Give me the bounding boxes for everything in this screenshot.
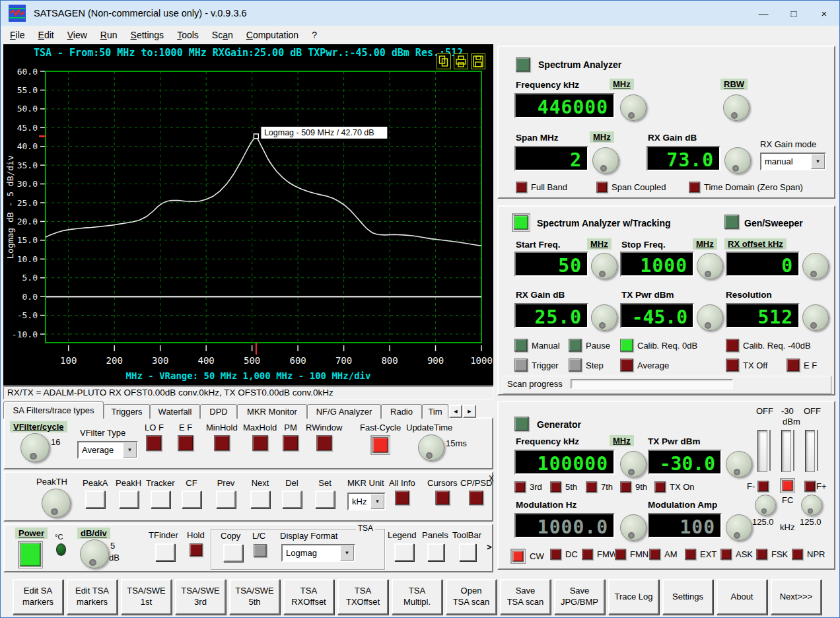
legend-button[interactable]	[394, 543, 414, 561]
tab-nf-g-analyzer[interactable]: NF/G Analyzer	[307, 404, 381, 419]
tx-off-checkbox[interactable]	[726, 359, 739, 372]
window-title: SATSAGEN (Non-commercial use only) - v.0…	[34, 8, 748, 18]
display-format-value: Logmag	[283, 548, 340, 558]
tab-scroll-left-icon[interactable]: ◄	[449, 405, 462, 418]
tsa-multipl-button[interactable]: TSA Multipl.	[392, 579, 442, 615]
menu-view[interactable]: View	[61, 28, 94, 42]
menu-[interactable]: ?	[305, 28, 324, 42]
panels-button[interactable]	[427, 543, 444, 561]
maximize-button[interactable]: □	[779, 1, 809, 25]
open-tsa-scan-button[interactable]: Open TSA scan	[446, 579, 497, 615]
tfinder-button[interactable]	[155, 543, 175, 561]
span-coupled-checkbox[interactable]	[596, 182, 608, 193]
menu-tools[interactable]: Tools	[170, 28, 205, 42]
full-band-checkbox[interactable]	[516, 182, 527, 193]
pm-checkbox[interactable]	[283, 435, 298, 451]
tab-radio[interactable]: Radio	[381, 404, 422, 419]
svg-text:25.0: 25.0	[17, 198, 38, 208]
tab-waterfall[interactable]: Waterfall	[150, 404, 200, 419]
trace-line	[46, 136, 481, 246]
tab-sa-filters-trace-types[interactable]: SA Filters/trace types	[3, 401, 104, 419]
tab-dpd[interactable]: DPD	[200, 404, 237, 419]
svg-text:60.0: 60.0	[17, 67, 38, 77]
rwindow-checkbox[interactable]	[316, 435, 332, 451]
e-f-label: E F	[179, 423, 192, 432]
power-panel: Power °C dB/div 5 dB TFinder Hold TSA Co…	[3, 524, 493, 572]
tab-triggers[interactable]: Triggers	[104, 404, 150, 419]
tsa-txoffset-button[interactable]: TSA TXOffset	[337, 579, 388, 615]
fmw-checkbox[interactable]	[582, 549, 593, 560]
menu-edit[interactable]: Edit	[32, 28, 61, 42]
tx-off-label: TX Off	[743, 360, 767, 370]
copy-button[interactable]	[223, 544, 243, 562]
menu-computation[interactable]: Computation	[240, 28, 305, 42]
am-checkbox[interactable]	[649, 549, 660, 560]
menu-scan[interactable]: Scan	[205, 28, 240, 42]
spectrum-plot[interactable]: 60.055.050.045.040.035.030.025.020.015.0…	[3, 44, 493, 386]
power-toggle[interactable]	[20, 543, 41, 566]
panel-close-button[interactable]: X	[489, 474, 494, 483]
dc-checkbox[interactable]	[550, 549, 561, 560]
cw-frame	[510, 549, 526, 564]
ask-checkbox[interactable]	[720, 549, 732, 560]
save-jpg-bmp-button[interactable]: Save JPG/BMP	[554, 579, 605, 615]
close-button[interactable]: ×	[809, 1, 839, 25]
e-f-checkbox[interactable]	[178, 435, 193, 451]
tsa-swe-1st-button[interactable]: TSA/SWE 1st	[121, 579, 172, 615]
next-button[interactable]: Next>>>	[771, 579, 822, 615]
tfinder-label: TFinder	[149, 530, 178, 540]
menu-run[interactable]: Run	[94, 28, 124, 42]
all-info-checkbox[interactable]	[395, 491, 409, 505]
lc-checkbox[interactable]	[254, 544, 267, 557]
db-div-knob[interactable]	[80, 539, 109, 568]
menu-file[interactable]: File	[3, 28, 32, 42]
edit-sa-markers-button[interactable]: Edit SA markers	[13, 579, 63, 615]
settings-button[interactable]: Settings	[662, 579, 713, 615]
update-time-label: UpdateTime	[406, 423, 452, 432]
e-f-checkbox[interactable]	[787, 359, 800, 372]
time-domain-zero-span-checkbox[interactable]	[689, 182, 700, 193]
cursors-checkbox[interactable]	[435, 491, 450, 505]
tab-mkr-monitor[interactable]: MKR Monitor	[237, 404, 307, 419]
tab-tim[interactable]: Tim	[422, 404, 448, 419]
tab-scroll-right-icon[interactable]: ►	[463, 405, 476, 418]
svg-text:400: 400	[198, 355, 215, 366]
e-f-item: E F	[787, 359, 817, 372]
trace-log-button[interactable]: Trace Log	[608, 579, 659, 615]
tsa-rxoffset-button[interactable]: TSA RXOffset	[283, 579, 334, 615]
average-checkbox[interactable]	[620, 359, 633, 372]
fast-cycle-checkbox[interactable]	[372, 437, 388, 453]
about-button[interactable]: About	[717, 579, 767, 615]
minimize-button[interactable]: —	[748, 1, 779, 25]
cw-item: CW	[510, 549, 544, 564]
lo-f-checkbox[interactable]	[146, 435, 162, 451]
tsa-swe-5th-button[interactable]: TSA/SWE 5th	[229, 579, 280, 615]
trigger-item: Trigger	[514, 359, 559, 372]
save-tsa-scan-button[interactable]: Save TSA scan	[500, 579, 551, 615]
chevron-down-icon[interactable]: ▼	[340, 545, 354, 561]
ext-checkbox[interactable]	[685, 549, 696, 560]
fmn-checkbox[interactable]	[615, 549, 626, 560]
maxhold-checkbox[interactable]	[252, 435, 268, 451]
update-time-knob[interactable]	[418, 434, 444, 461]
db-div-value: 5	[110, 541, 115, 551]
cw-checkbox[interactable]	[512, 551, 524, 562]
sa-checkbox-group: Full BandSpan CoupledTime Domain (Zero S…	[499, 47, 834, 197]
minhold-checkbox[interactable]	[214, 435, 230, 451]
svg-text:40.0: 40.0	[17, 141, 38, 151]
step-checkbox[interactable]	[569, 359, 582, 372]
hold-checkbox[interactable]	[190, 543, 203, 557]
panel-expand-button[interactable]: >	[487, 542, 492, 552]
edit-tsa-markers-button[interactable]: Edit TSA markers	[67, 579, 118, 615]
npr-checkbox[interactable]	[792, 549, 803, 560]
fsk-checkbox[interactable]	[756, 549, 767, 560]
copy-label: Copy	[221, 531, 240, 541]
tsa-swe-3rd-button[interactable]: TSA/SWE 3rd	[175, 579, 226, 615]
display-format-select[interactable]: Logmag▼	[281, 544, 355, 562]
app-icon	[9, 5, 26, 22]
menu-settings[interactable]: Settings	[124, 28, 171, 42]
cp-psd-checkbox[interactable]	[469, 491, 483, 505]
trigger-checkbox[interactable]	[514, 359, 528, 372]
marker-tooltip: Logmag - 509 MHz / 42.70 dB	[261, 126, 388, 139]
toolbar-button[interactable]	[459, 543, 476, 561]
